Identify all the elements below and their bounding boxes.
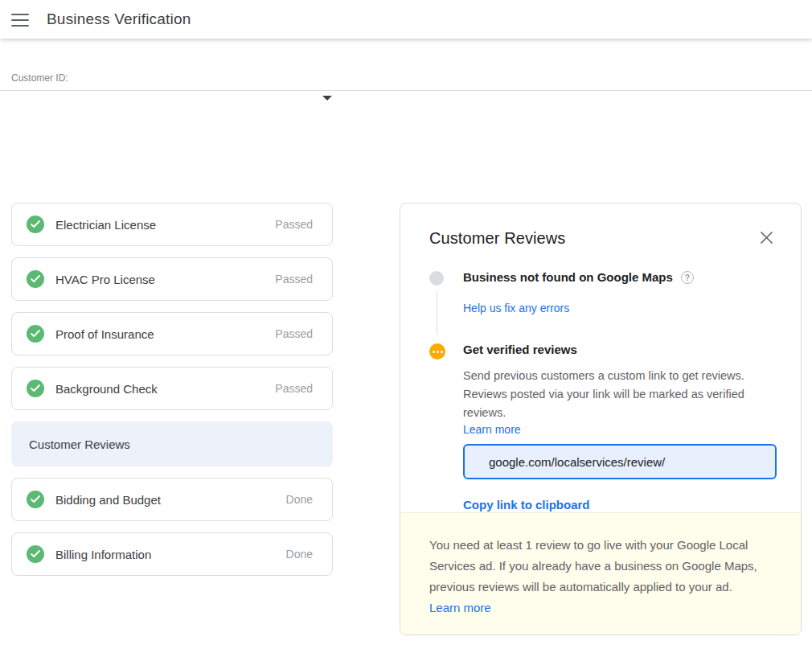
status-badge: Passed [275, 327, 313, 340]
step-pending-ellipsis-icon [429, 343, 445, 359]
step-description-line1: Send previous customers a custom link to… [463, 367, 777, 385]
check-icon [27, 545, 44, 563]
learn-more-link[interactable]: Learn more [463, 423, 521, 436]
step-business-not-found: Business not found on Google Maps ? Help… [429, 270, 773, 315]
account-bar: Customer ID: [0, 39, 812, 91]
checklist-item-background-check[interactable]: Background Check Passed [11, 367, 333, 410]
checklist-item-label: Background Check [55, 382, 158, 396]
checklist-item-billing-information[interactable]: Billing Information Done [11, 532, 333, 576]
step-title: Business not found on Google Maps [463, 270, 673, 284]
app-bar: Business Verification [0, 0, 812, 39]
review-requirement-notice: You need at least 1 review to go live wi… [400, 512, 801, 635]
checklist-item-label: Electrician License [55, 218, 156, 232]
step-get-verified-reviews: Get verified reviews Send previous custo… [429, 343, 773, 512]
notice-learn-more-link[interactable]: Learn more [429, 598, 491, 618]
step-inactive-dot-icon [429, 271, 444, 286]
check-icon [27, 380, 44, 397]
customer-id-label: Customer ID: [11, 72, 68, 84]
step-connector-line [437, 291, 437, 335]
status-badge: Passed [275, 273, 313, 286]
close-icon[interactable] [760, 231, 773, 244]
panel-steps: Business not found on Google Maps ? Help… [400, 248, 801, 512]
step-title: Get verified reviews [463, 343, 577, 356]
customer-reviews-panel: Customer Reviews Business not found on G… [400, 203, 802, 635]
check-icon [27, 270, 44, 288]
main-content: Electrician License Passed HVAC Pro Lice… [0, 91, 812, 635]
status-badge: Passed [275, 218, 313, 231]
checklist-item-label: Billing Information [55, 548, 151, 561]
panel-header: Customer Reviews [400, 203, 801, 248]
checklist-item-hvac-pro-license[interactable]: HVAC Pro License Passed [11, 257, 333, 301]
panel-title: Customer Reviews [429, 229, 565, 248]
help-fix-errors-link[interactable]: Help us fix any errors [463, 302, 569, 314]
notice-text: You need at least 1 review to go live wi… [429, 538, 757, 594]
status-badge: Passed [275, 382, 313, 395]
step-icon-column [429, 270, 463, 315]
checklist-item-label: Proof of Insurance [55, 327, 154, 341]
checklist-item-label: Customer Reviews [29, 438, 130, 451]
account-dropdown-caret-icon[interactable] [322, 96, 332, 101]
check-icon [27, 325, 44, 343]
review-link-input[interactable] [463, 444, 777, 479]
status-badge: Done [286, 548, 313, 561]
check-icon [27, 491, 44, 508]
page-title: Business Verification [47, 10, 191, 28]
copy-link-to-clipboard-button[interactable]: Copy link to clipboard [463, 498, 590, 511]
checklist-item-customer-reviews-selected[interactable]: Customer Reviews [11, 421, 333, 466]
checklist-item-proof-of-insurance[interactable]: Proof of Insurance Passed [11, 312, 333, 355]
verification-checklist: Electrician License Passed HVAC Pro Lice… [11, 203, 333, 587]
checklist-item-electrician-license[interactable]: Electrician License Passed [11, 203, 333, 246]
step-description-line2: Reviews posted via your link will be mar… [463, 385, 777, 422]
check-icon [27, 216, 44, 233]
help-icon[interactable]: ? [681, 271, 694, 284]
hamburger-menu-icon[interactable] [11, 14, 29, 27]
checklist-item-label: HVAC Pro License [55, 273, 155, 286]
step-icon-column [429, 343, 463, 512]
checklist-item-bidding-and-budget[interactable]: Bidding and Budget Done [11, 478, 333, 521]
checklist-item-label: Bidding and Budget [55, 493, 161, 507]
status-badge: Done [286, 493, 313, 506]
